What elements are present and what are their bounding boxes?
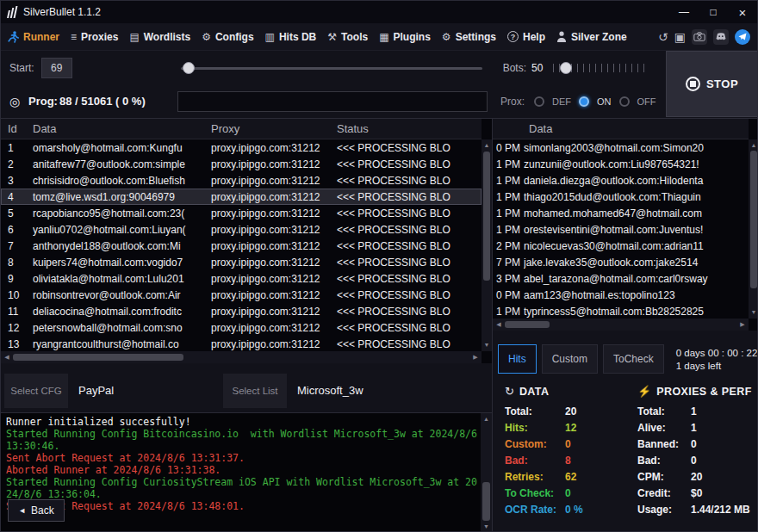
telegram-icon[interactable]	[735, 29, 750, 45]
table-row[interactable]: 4 tomz@live.wsd1.org:90046979 proxy.ipip…	[1, 189, 482, 205]
proxies-stats-title: PROXIES & PERF	[656, 386, 751, 398]
hits-table-hscrollbar[interactable]: ◀ ▶	[493, 319, 749, 331]
data-stats-section: ↻ DATA Total: 20 Hits: 12 Cus	[505, 385, 632, 517]
scroll-down-icon[interactable]: ▼	[749, 308, 758, 317]
vscroll-thumb[interactable]	[483, 152, 490, 281]
table-row[interactable]: 10 robinsontrevor@outlook.com:Air proxy.…	[1, 287, 482, 303]
table-row[interactable]: 1 PM thiago2015dud@outlook.com:Thiaguin	[493, 189, 749, 205]
table-row[interactable]: 1 PM mohamed.mohamed647@hotmail.com	[493, 205, 749, 221]
nav-silver-zone[interactable]: Silver Zone	[556, 31, 627, 43]
table-row[interactable]: 7 anthonydel188@outlook.com:Mi proxy.ipi…	[1, 238, 482, 254]
cell-status: <<< PROCESSING BLO	[337, 257, 482, 269]
prox-off-radio[interactable]	[619, 96, 630, 107]
table-row[interactable]: 13 ryangrantcoulthurst@hotmail.co proxy.…	[1, 336, 482, 351]
discord-icon[interactable]	[713, 29, 729, 45]
history-icon[interactable]: ↺	[658, 29, 668, 45]
table-row[interactable]: 1 PM daniela.diezga@outlook.com:Hilodent…	[493, 172, 749, 189]
table-row[interactable]: 12 petersnowball@hotmail.com:sno proxy.i…	[1, 319, 482, 336]
start-slider-thumb[interactable]	[183, 62, 195, 74]
hits-table-body: 0 PM simonlang2003@hotmail.com:Simon20 1…	[493, 139, 749, 319]
scroll-down-icon[interactable]: ▼	[482, 341, 492, 350]
table-row[interactable]: 3 PM abel_tarazona@hotmail.com:carl0rswa…	[493, 270, 749, 287]
stat-value: 0 %	[565, 504, 583, 516]
cell-data: rcapobianco95@hotmail.com:23(	[33, 207, 211, 220]
start-input[interactable]	[41, 58, 72, 78]
prox-def-radio[interactable]	[534, 96, 544, 107]
table-row[interactable]: 2 anitafrew77@outlook.com:simple proxy.i…	[1, 156, 482, 172]
scroll-left-icon[interactable]: ◀	[494, 320, 503, 329]
back-button[interactable]: ◄ Back	[8, 499, 65, 522]
table-row[interactable]: 1 omarsholy@hotmail.com:Kungfu proxy.ipi…	[1, 139, 482, 156]
stat-label: To Check:	[505, 487, 565, 499]
cell-time: 7 PM	[493, 257, 524, 269]
bots-table-vscrollbar[interactable]: ▲ ▼	[482, 139, 492, 351]
table-row[interactable]: 8 kuipers74@hotmail.com:vogido7 proxy.ip…	[1, 254, 482, 270]
nav-tools[interactable]: ⚒ Tools	[327, 31, 368, 43]
nav-plugins[interactable]: ▦ Plugins	[379, 31, 431, 43]
nav-settings[interactable]: ⚙ Settings	[442, 31, 496, 43]
gallery-icon[interactable]: ▣	[674, 29, 686, 45]
table-row[interactable]: 0 PM aam123@hotmail.es:topolino123	[493, 287, 749, 303]
minimize-button[interactable]: —	[669, 1, 699, 23]
nav-hits-db[interactable]: ▥ Hits DB	[265, 31, 317, 43]
cell-data: oliviatakla@hotmail.com:Lulu201	[33, 273, 211, 285]
bots-table-hscrollbar[interactable]: ◀ ▶	[1, 351, 482, 363]
cell-data: typrincess5@hotmail.com:Bb28252825	[524, 306, 749, 318]
camera-icon[interactable]	[692, 29, 707, 45]
hscroll-thumb[interactable]	[505, 321, 550, 328]
cell-proxy: proxy.ipipgo.com:31212	[211, 175, 337, 187]
cell-status: <<< PROCESSING BLO	[337, 158, 482, 170]
nav-runner[interactable]: Runner	[8, 31, 59, 43]
table-row[interactable]: 3 chrisisidro@outlook.com:Bluefish proxy…	[1, 172, 482, 189]
table-row[interactable]: 11 deliacocina@hotmail.com:froditc proxy…	[1, 303, 482, 319]
maximize-button[interactable]: □	[699, 1, 728, 23]
scroll-up-icon[interactable]: ▲	[482, 141, 492, 150]
vscroll-thumb[interactable]	[482, 482, 490, 521]
nav-wordlists[interactable]: ▤ Wordlists	[129, 31, 190, 43]
table-row[interactable]: 5 rcapobianco95@hotmail.com:23( proxy.ip…	[1, 205, 482, 221]
select-list-button[interactable]: Select List	[223, 374, 287, 408]
scroll-down-icon[interactable]: ▼	[481, 523, 492, 531]
stop-button[interactable]: STOP	[686, 77, 738, 91]
data-stats-rows: Total: 20 Hits: 12 Custom: 0 Bad:	[505, 403, 632, 517]
table-row[interactable]: 9 oliviatakla@hotmail.com:Lulu201 proxy.…	[1, 270, 482, 287]
nav-configs[interactable]: ⚙ Configs	[202, 31, 253, 43]
select-cfg-button[interactable]: Select CFG	[4, 374, 68, 408]
table-row[interactable]: 0 PM simonlang2003@hotmail.com:Simon20	[493, 139, 749, 156]
scroll-left-icon[interactable]: ◀	[3, 353, 11, 362]
bots-slider[interactable]	[553, 62, 649, 74]
scroll-right-icon[interactable]: ▶	[738, 320, 747, 329]
tab[interactable]: ToCheck	[603, 344, 664, 374]
cell-status: <<< PROCESSING BLO	[337, 142, 482, 154]
scroll-right-icon[interactable]: ▶	[471, 353, 480, 362]
table-row[interactable]: 7 PM jake.levake35@outlook.com:jake2514	[493, 254, 749, 270]
stat-row: CPM: 20	[637, 468, 756, 485]
vscroll-thumb[interactable]	[750, 151, 757, 288]
stat-row: Bad: 0	[637, 452, 756, 468]
close-button[interactable]: ×	[728, 1, 757, 23]
nav-proxies[interactable]: ≡ Proxies	[71, 31, 118, 43]
start-slider[interactable]	[181, 62, 482, 74]
scroll-up-icon[interactable]: ▲	[749, 141, 758, 150]
title-bar: SilverBullet 1.1.2 — □ ×	[1, 1, 757, 23]
proxies-icon: ≡	[71, 31, 77, 43]
cell-id: 4	[1, 191, 33, 203]
scroll-up-icon[interactable]: ▲	[481, 415, 492, 424]
cell-time: 0 PM	[493, 289, 524, 301]
cell-status: <<< PROCESSING BLO	[337, 240, 482, 252]
prox-on-radio[interactable]	[579, 96, 589, 107]
table-row[interactable]: 1 PM zunzunii@outlook.com:Liu987654321!	[493, 156, 749, 172]
table-row[interactable]: 2 PM nicolecuevas30@hotmail.com:adrian11	[493, 238, 749, 254]
hscroll-thumb[interactable]	[13, 354, 183, 361]
tab[interactable]: Hits	[498, 344, 537, 374]
nav-help[interactable]: ? Help	[507, 31, 545, 43]
cell-data: robinsontrevor@outlook.com:Air	[33, 289, 211, 301]
tab[interactable]: Custom	[542, 344, 598, 374]
hits-table-vscrollbar[interactable]: ▲ ▼	[749, 139, 758, 319]
table-row[interactable]: 1 PM typrincess5@hotmail.com:Bb28252825	[493, 303, 749, 319]
log-vscrollbar[interactable]: ▲ ▼	[481, 413, 492, 532]
table-row[interactable]: 6 yanliu0702@hotmail.com:Liuyan( proxy.i…	[1, 221, 482, 238]
cell-id: 12	[1, 322, 33, 334]
hits-table-header: Data	[493, 119, 749, 139]
table-row[interactable]: 1 PM orestevisentini@hotmail.com:Juventu…	[493, 221, 749, 238]
